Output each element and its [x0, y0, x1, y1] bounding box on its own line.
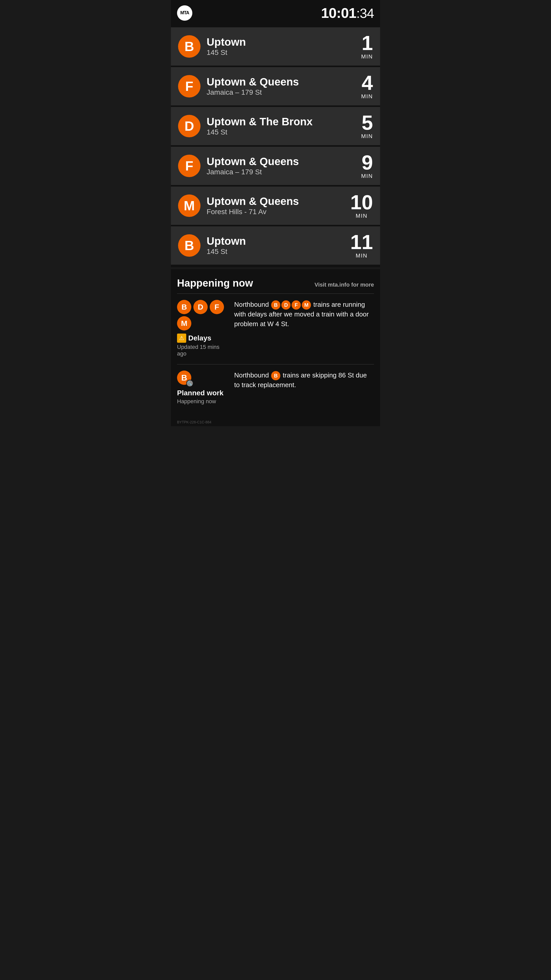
alert-type-label: Planned work [177, 389, 228, 397]
train-direction: Uptown & Queens [206, 76, 355, 88]
train-line-letter: D [184, 119, 194, 133]
train-info: Uptown & The Bronx 145 St [206, 116, 355, 136]
inline-train-badge: D [281, 301, 291, 310]
train-line-letter: F [185, 159, 193, 172]
alert-badges: BDFM [177, 300, 228, 331]
train-badge: F [178, 75, 200, 97]
train-minutes: 11 [350, 232, 373, 252]
mta-logo: MTA [177, 5, 192, 21]
alert-type-label: Delays [188, 334, 211, 342]
happening-link[interactable]: Visit mta.info for more [314, 282, 374, 288]
clock: 10:01:34 [321, 5, 374, 21]
train-info: Uptown 145 St [206, 235, 344, 256]
alert-right: Northbound B trains are skipping 86 St d… [234, 371, 374, 405]
train-info: Uptown & Queens Jamaica – 179 St [206, 156, 355, 176]
train-badge: F [178, 155, 200, 177]
train-minutes: 5 [361, 113, 373, 133]
clock-seconds: :34 [356, 6, 374, 21]
planned-badge-sub: 🔧 [186, 380, 193, 387]
alert-item: BDFM ⚠ Delays Updated 15 mins ago Northb… [177, 300, 374, 364]
train-row: B Uptown 145 St 11 MIN [171, 226, 380, 265]
train-badge: B [178, 35, 200, 58]
alert-item: B 🔧 Planned work Happening now Northboun… [177, 371, 374, 412]
train-destination: 145 St [206, 128, 355, 136]
train-row: B Uptown 145 St 1 MIN [171, 27, 380, 65]
alert-updated: Happening now [177, 398, 228, 405]
train-time: 10 MIN [350, 192, 373, 219]
train-minutes: 10 [350, 192, 373, 213]
train-direction: Uptown & Queens [206, 156, 355, 167]
train-info: Uptown & Queens Jamaica – 179 St [206, 76, 355, 97]
train-row: D Uptown & The Bronx 145 St 5 MIN [171, 107, 380, 145]
train-destination: Jamaica – 179 St [206, 168, 355, 176]
train-line-letter: M [184, 199, 195, 212]
train-direction: Uptown [206, 36, 355, 48]
train-direction: Uptown & Queens [206, 196, 344, 207]
train-direction: Uptown [206, 235, 344, 247]
alert-left: B 🔧 Planned work Happening now [177, 371, 228, 405]
clock-main: 10:01 [321, 5, 356, 21]
train-unit: MIN [361, 53, 373, 60]
inline-train-badge: B [271, 371, 280, 380]
train-info: Uptown & Queens Forest Hills - 71 Av [206, 196, 344, 216]
happening-title: Happening now [177, 277, 253, 289]
train-time: 11 MIN [350, 232, 373, 259]
warning-icon: ⚠ [177, 334, 186, 343]
alert-right: Northbound BDFM trains are running with … [234, 300, 374, 357]
alert-text: Northbound B trains are skipping 86 St d… [234, 371, 374, 390]
alert-line-badge: M [177, 316, 191, 331]
train-destination: Forest Hills - 71 Av [206, 208, 344, 216]
train-badge: D [178, 115, 200, 137]
train-unit: MIN [361, 173, 373, 180]
train-destination: Jamaica – 179 St [206, 88, 355, 97]
train-minutes: 1 [361, 33, 373, 53]
train-line-letter: B [184, 40, 194, 53]
inline-train-badge: B [271, 301, 280, 310]
alert-text: Northbound BDFM trains are running with … [234, 300, 374, 329]
train-line-letter: B [184, 239, 194, 252]
header: MTA 10:01:34 [171, 0, 380, 25]
footer-code: BYTPK-226-C1C-884 [171, 418, 380, 426]
train-unit: MIN [361, 93, 373, 100]
train-row: F Uptown & Queens Jamaica – 179 St 9 MIN [171, 147, 380, 185]
train-row: M Uptown & Queens Forest Hills - 71 Av 1… [171, 186, 380, 225]
train-badge: B [178, 234, 200, 257]
train-line-letter: F [185, 80, 193, 93]
train-list: B Uptown 145 St 1 MIN F Uptown & Queens … [171, 25, 380, 267]
train-time: 4 MIN [361, 73, 373, 100]
alert-line-badge: F [210, 300, 224, 314]
alert-updated: Updated 15 mins ago [177, 344, 228, 357]
alert-left: BDFM ⚠ Delays Updated 15 mins ago [177, 300, 228, 357]
alert-line-badge: B [177, 300, 191, 314]
train-destination: 145 St [206, 248, 344, 256]
happening-now-section: Happening now Visit mta.info for more BD… [171, 269, 380, 418]
train-minutes: 4 [361, 73, 373, 93]
train-badge: M [178, 194, 200, 217]
train-time: 5 MIN [361, 113, 373, 140]
happening-header: Happening now Visit mta.info for more [177, 277, 374, 289]
alert-line-badge: D [193, 300, 208, 314]
divider [177, 364, 374, 364]
inline-train-badge: M [302, 301, 311, 310]
train-direction: Uptown & The Bronx [206, 116, 355, 127]
alert-type-row: ⚠ Delays [177, 334, 228, 343]
train-minutes: 9 [361, 152, 373, 173]
divider-1 [177, 293, 374, 294]
train-destination: 145 St [206, 48, 355, 57]
planned-badge-wrap: B 🔧 [177, 371, 193, 387]
train-time: 1 MIN [361, 33, 373, 60]
train-unit: MIN [361, 133, 373, 140]
train-info: Uptown 145 St [206, 36, 355, 57]
mta-logo-text: MTA [180, 10, 189, 16]
train-row: F Uptown & Queens Jamaica – 179 St 4 MIN [171, 67, 380, 105]
train-time: 9 MIN [361, 152, 373, 180]
inline-train-badge: F [292, 301, 301, 310]
alerts-container: BDFM ⚠ Delays Updated 15 mins ago Northb… [177, 300, 374, 412]
